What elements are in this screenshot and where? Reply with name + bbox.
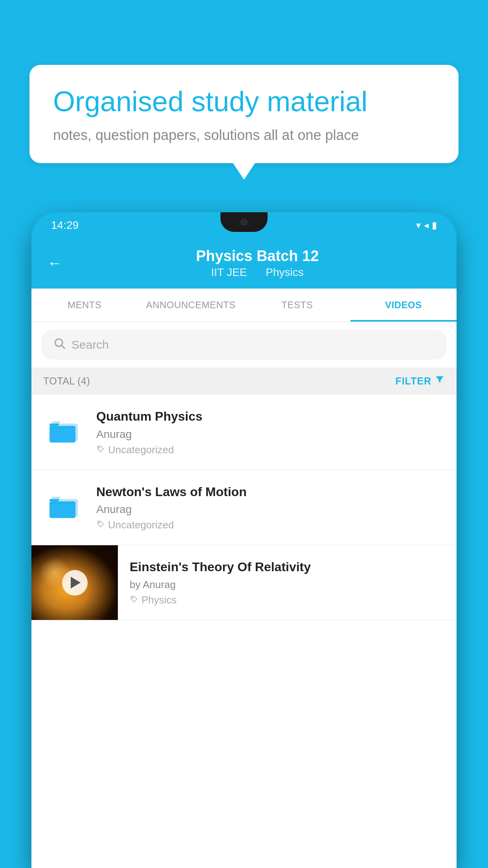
- nebula-effect: [39, 557, 71, 588]
- filter-button[interactable]: FILTER: [395, 375, 445, 388]
- tab-ments[interactable]: MENTS: [31, 289, 138, 322]
- play-triangle-icon: [71, 577, 81, 588]
- list-item[interactable]: Einstein's Theory Of Relativity by Anura…: [31, 545, 457, 620]
- list-item[interactable]: Newton's Laws of Motion Anurag Uncategor…: [31, 470, 457, 546]
- svg-point-5: [99, 447, 100, 448]
- header-subtitle: IIT JEE Physics: [74, 266, 441, 279]
- filter-row: TOTAL (4) FILTER: [31, 368, 457, 395]
- video-author: by Anurag: [130, 579, 445, 591]
- video-info: Newton's Laws of Motion Anurag Uncategor…: [96, 484, 445, 531]
- tag-icon: [96, 444, 105, 456]
- status-bar: 14:29 ▾ ◂ ▮: [31, 212, 457, 238]
- tabs-bar: MENTS ANNOUNCEMENTS TESTS VIDEOS: [31, 289, 457, 322]
- wifi-icon: ▾: [416, 220, 421, 231]
- search-icon: [53, 337, 66, 353]
- bubble-subtitle: notes, question papers, solutions all at…: [53, 127, 435, 143]
- phone-notch: [220, 212, 268, 232]
- video-tag: Uncategorized: [96, 444, 445, 456]
- video-list: Quantum Physics Anurag Uncategorized: [31, 395, 457, 620]
- header-title: Physics Batch 12: [74, 248, 441, 265]
- list-item[interactable]: Quantum Physics Anurag Uncategorized: [31, 395, 457, 470]
- header-title-area: Physics Batch 12 IIT JEE Physics: [74, 248, 441, 279]
- speech-bubble: Organised study material notes, question…: [29, 65, 459, 163]
- folder-thumbnail: [43, 408, 86, 452]
- search-placeholder: Search: [72, 338, 109, 351]
- svg-rect-8: [50, 504, 75, 518]
- video-author: Anurag: [96, 503, 445, 516]
- back-button[interactable]: ←: [47, 255, 62, 272]
- svg-rect-4: [50, 428, 75, 443]
- phone-content: MENTS ANNOUNCEMENTS TESTS VIDEOS: [31, 289, 457, 868]
- video-title: Einstein's Theory Of Relativity: [130, 559, 445, 576]
- status-icons: ▾ ◂ ▮: [416, 220, 437, 231]
- tab-announcements[interactable]: ANNOUNCEMENTS: [138, 289, 244, 322]
- folder-thumbnail: [43, 484, 86, 527]
- svg-point-10: [132, 597, 133, 598]
- video-title: Newton's Laws of Motion: [96, 484, 445, 500]
- app-header: ← Physics Batch 12 IIT JEE Physics: [31, 238, 457, 289]
- camera-dot: [240, 219, 248, 226]
- video-info: Quantum Physics Anurag Uncategorized: [96, 408, 445, 456]
- tab-tests[interactable]: TESTS: [244, 289, 350, 322]
- video-tag: Uncategorized: [96, 519, 445, 531]
- filter-funnel-icon: [435, 375, 445, 388]
- tag-icon: [96, 519, 105, 531]
- search-container: Search: [31, 322, 457, 368]
- tab-videos[interactable]: VIDEOS: [350, 289, 457, 322]
- svg-line-1: [62, 346, 64, 348]
- video-thumbnail: [31, 545, 118, 620]
- bubble-title: Organised study material: [53, 85, 435, 118]
- phone-frame: 14:29 ▾ ◂ ▮ ← Physics Batch 12 IIT JEE P…: [31, 212, 457, 868]
- video-author: Anurag: [96, 428, 445, 441]
- battery-icon: ▮: [432, 220, 437, 231]
- search-bar[interactable]: Search: [41, 330, 447, 360]
- status-time: 14:29: [51, 219, 79, 232]
- tag-icon: [130, 594, 138, 606]
- subtitle-iitjee: IIT JEE: [211, 266, 247, 278]
- video-tag: Physics: [130, 594, 445, 606]
- video-info: Einstein's Theory Of Relativity by Anura…: [118, 545, 457, 620]
- subtitle-physics: Physics: [266, 266, 303, 278]
- total-label: TOTAL (4): [43, 375, 90, 387]
- video-title: Quantum Physics: [96, 408, 445, 425]
- svg-point-9: [99, 522, 100, 523]
- filter-label: FILTER: [395, 375, 431, 387]
- signal-icon: ◂: [424, 220, 429, 231]
